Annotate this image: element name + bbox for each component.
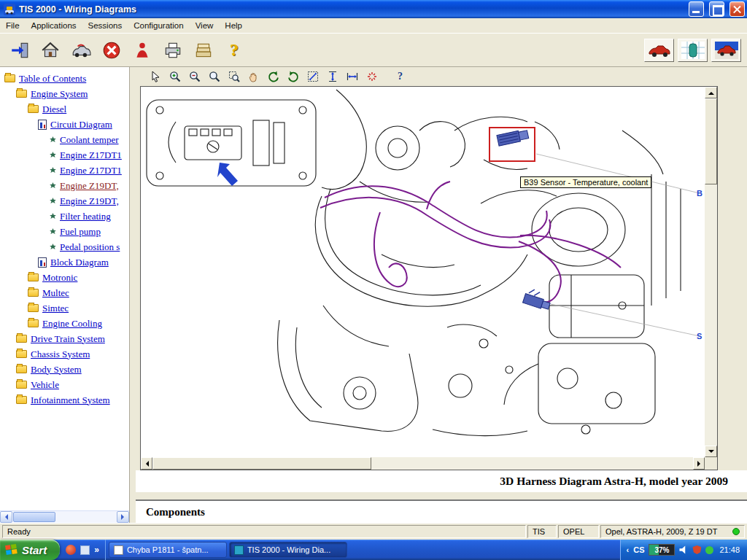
documents-button[interactable] <box>190 36 217 64</box>
vehicle-blue-button[interactable] <box>711 39 741 62</box>
zoom-dynamic-button[interactable] <box>205 69 223 85</box>
rotate-right-button[interactable] <box>284 69 302 85</box>
diagram-icon[interactable] <box>38 257 47 268</box>
fit-height-button[interactable] <box>323 69 341 85</box>
menu-help[interactable]: Help <box>219 20 248 31</box>
battery-meter[interactable]: 37% <box>649 544 675 556</box>
scroll-down-button[interactable] <box>705 446 717 457</box>
canvas-vertical-scrollbar[interactable] <box>705 87 717 457</box>
vehicle-data-button[interactable] <box>67 36 95 64</box>
sidebar-item-diesel: Diesel <box>0 101 129 117</box>
rotate-left-button[interactable] <box>264 69 282 85</box>
sidebar-item-engine-z19dt-a: Engine Z19DT, <box>0 178 129 193</box>
documents-icon <box>193 40 214 61</box>
scroll-left-button[interactable] <box>0 511 12 523</box>
vehicle-red-button[interactable] <box>644 39 674 62</box>
hotspots-button[interactable] <box>363 69 381 85</box>
status-indicator <box>732 528 740 535</box>
canvas-horizontal-scrollbar[interactable] <box>141 457 705 470</box>
folder-icon[interactable] <box>16 335 27 343</box>
stop-icon <box>101 40 122 61</box>
folder-open-icon[interactable] <box>28 105 39 113</box>
vehicle-grid-button[interactable] <box>678 39 708 62</box>
volume-icon[interactable] <box>679 545 688 554</box>
bullet-icon <box>50 152 56 158</box>
titlebar[interactable]: TIS 2000 - Wiring Diagrams <box>0 0 747 18</box>
hotspots-icon <box>365 70 379 83</box>
clock[interactable]: 21:48 <box>719 545 740 554</box>
maximize-button[interactable] <box>709 1 724 17</box>
folder-icon[interactable] <box>4 74 15 82</box>
coolant-sensor-connector[interactable] <box>497 129 529 146</box>
close-button[interactable] <box>729 1 745 17</box>
folder-icon[interactable] <box>16 365 27 373</box>
language-indicator[interactable]: CS <box>633 545 644 554</box>
sidebar-item-coolant-temperature: Coolant temper <box>0 132 129 147</box>
quicklaunch-icon-1[interactable] <box>66 545 76 555</box>
task-button-browser[interactable]: Chyba P1811 - špatn... <box>109 542 227 558</box>
viewer-help-button[interactable]: ? <box>391 69 409 85</box>
fit-width-button[interactable] <box>343 69 361 85</box>
quicklaunch-icon-2[interactable] <box>80 545 90 555</box>
menu-file[interactable]: File <box>0 20 26 31</box>
status-tray-icon[interactable] <box>705 546 713 554</box>
folder-icon[interactable] <box>28 319 39 327</box>
statusbar: Ready TIS OPEL Opel, ASTRA-H, 2009, Z 19… <box>0 523 747 540</box>
folder-icon[interactable] <box>28 304 39 312</box>
help-button[interactable]: ? <box>220 36 248 64</box>
shield-icon[interactable] <box>692 545 701 554</box>
sidebar-horizontal-scrollbar[interactable] <box>0 510 129 523</box>
menu-configuration[interactable]: Configuration <box>128 20 189 31</box>
scroll-track[interactable] <box>12 511 117 523</box>
scroll-right-button[interactable] <box>693 457 705 470</box>
bullet-icon <box>50 213 56 219</box>
folder-icon[interactable] <box>16 381 27 389</box>
scroll-thumb[interactable] <box>705 98 717 184</box>
scroll-thumb[interactable] <box>13 512 55 522</box>
home-button[interactable] <box>36 36 64 64</box>
fit-page-button[interactable] <box>303 69 322 85</box>
zoom-out-button[interactable] <box>185 69 204 85</box>
folder-icon[interactable] <box>16 90 27 98</box>
pan-button[interactable] <box>244 69 263 85</box>
sidebar-item-vehicle: Vehicle <box>0 377 129 392</box>
zoom-in-button[interactable] <box>166 69 184 85</box>
task-button-tis2000[interactable]: TIS 2000 - Wiring Dia... <box>229 542 347 558</box>
folder-icon[interactable] <box>28 289 39 297</box>
stop-button[interactable] <box>98 36 125 64</box>
vehicle-data-icon <box>71 40 91 61</box>
scroll-left-button[interactable] <box>141 457 152 470</box>
sidebar: Table of Contents Engine System Diesel C… <box>0 67 130 523</box>
task-icon <box>114 545 123 555</box>
harness-connector[interactable] <box>523 287 553 311</box>
overflow-chevron-icon[interactable]: » <box>94 545 99 555</box>
scroll-thumb[interactable] <box>152 457 371 470</box>
menu-applications[interactable]: Applications <box>26 20 82 31</box>
pane-splitter[interactable] <box>130 67 136 523</box>
exit-button[interactable] <box>6 36 34 64</box>
diagram-icon[interactable] <box>38 120 47 130</box>
tray-chevron-icon[interactable]: ‹ <box>627 545 630 554</box>
sidebar-item-engine-cooling: Engine Cooling <box>0 316 129 331</box>
scroll-track[interactable] <box>705 98 717 446</box>
scroll-right-button[interactable] <box>117 511 129 523</box>
pointer-button[interactable] <box>146 69 164 85</box>
sidebar-item-circuit-diagram: Circuit Diagram <box>0 117 129 132</box>
folder-icon[interactable] <box>28 273 39 281</box>
menu-view[interactable]: View <box>190 20 220 31</box>
print-button[interactable] <box>159 36 187 64</box>
sidebar-item-body-system: Body System <box>0 362 129 377</box>
zoom-window-button[interactable] <box>225 69 243 85</box>
folder-icon[interactable] <box>16 350 27 358</box>
sidebar-item-table-of-contents: Table of Contents <box>0 71 129 86</box>
menu-sessions[interactable]: Sessions <box>82 20 128 31</box>
start-button[interactable]: Start <box>0 540 60 560</box>
folder-icon[interactable] <box>16 396 27 404</box>
scroll-up-button[interactable] <box>705 87 717 98</box>
minimize-button[interactable] <box>689 1 704 17</box>
pointer-icon <box>149 70 162 83</box>
driver-button[interactable] <box>128 36 156 64</box>
diagram-canvas[interactable]: B S <box>141 87 705 457</box>
scroll-track[interactable] <box>152 457 693 470</box>
exit-icon <box>9 40 30 61</box>
